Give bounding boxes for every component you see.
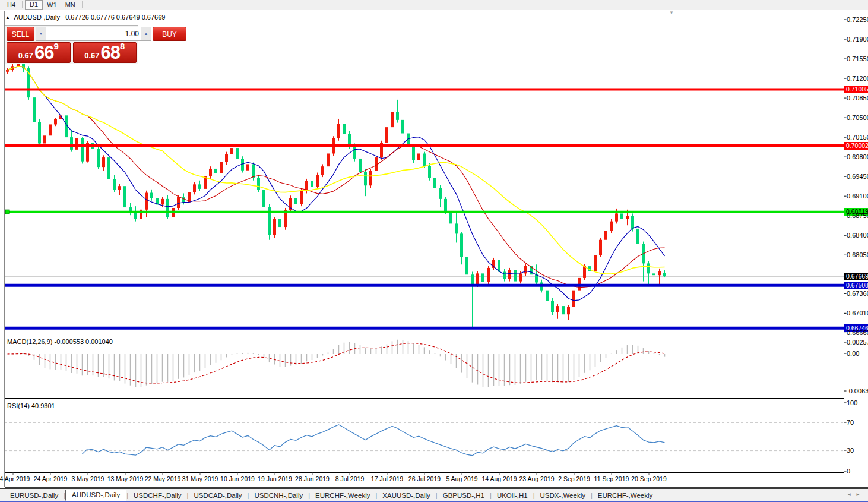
volume-decrease-icon[interactable]: ▼ <box>36 27 46 40</box>
buy-price-box[interactable]: 0.67688 <box>73 42 137 63</box>
chart-tab-ukoil[interactable]: UKOil-,H1 <box>492 491 533 501</box>
buy-price-pip: 8 <box>120 37 125 55</box>
sell-price-big: 66 <box>34 45 53 61</box>
sell-price-pip: 9 <box>53 37 58 55</box>
chart-tab-eurchf[interactable]: EURCHF-,Weekly <box>593 491 658 501</box>
hline-label-0.67508: 0.67508 <box>844 282 868 289</box>
current-price-label: 0.67669 <box>844 273 868 280</box>
time-axis-label: 20 Sep 2019 <box>622 475 676 482</box>
price-tick: 0.69450 <box>847 173 868 180</box>
rsi-label: RSI(14) 40.9301 <box>7 402 55 409</box>
hline-label-0.71005: 0.71005 <box>844 86 868 93</box>
price-tick: 0.71550 <box>847 55 868 62</box>
price-tick: 0.68050 <box>847 251 868 258</box>
chart-tab-eurusd[interactable]: EURUSD-,Daily <box>5 491 64 501</box>
one-click-trading-panel: SELL ▼ ▲ BUY 0.67669 0.67688 <box>5 25 138 64</box>
sell-price-box[interactable]: 0.67669 <box>7 42 71 63</box>
chart-shift-marker-icon[interactable]: ▼ <box>669 10 674 15</box>
chart-canvas[interactable] <box>0 0 868 502</box>
tab-scroll-arrows[interactable]: ◄► <box>847 492 864 497</box>
symbol-tabbar: EURUSD-,Daily|AUDUSD-,Daily|USDCHF-,Dail… <box>0 488 868 501</box>
buy-price-prefix: 0.67 <box>84 51 99 61</box>
chart-ohlc-values: 0.67726 0.67776 0.67649 0.67669 <box>65 14 165 21</box>
price-tick: 0.70850 <box>847 94 868 102</box>
price-tick: 0.66660 <box>847 329 868 336</box>
rsi-scale-tick: 70 <box>847 419 868 426</box>
price-tick: 0.72250 <box>847 16 868 23</box>
price-tick: 0.69100 <box>847 192 868 200</box>
trading-terminal: H4D1W1MN ▲ AUDUSD-,Daily 0.67726 0.67776… <box>0 0 868 502</box>
rsi-scale-tick: 100 <box>847 399 868 406</box>
chart-tab-audusd[interactable]: AUDUSD-,Daily <box>65 490 126 501</box>
rsi-scale-tick: 30 <box>847 447 868 454</box>
chart-title: ▲ AUDUSD-,Daily 0.67726 0.67776 0.67649 … <box>5 14 165 21</box>
volume-increase-icon[interactable]: ▲ <box>141 27 151 40</box>
tab-scroll-left-icon[interactable]: ◄ <box>847 492 856 497</box>
chart-tab-xauusd[interactable]: XAUUSD-,Daily <box>377 491 436 501</box>
price-tick: 0.70500 <box>847 114 868 121</box>
price-tick: 0.68400 <box>847 232 868 239</box>
price-tick: 0.71900 <box>847 36 868 43</box>
sell-button[interactable]: SELL <box>7 27 34 41</box>
rsi-scale-tick: 0 <box>847 468 868 475</box>
hline-label-0.70002: 0.70002 <box>844 142 868 150</box>
buy-price-big: 68 <box>100 45 119 61</box>
price-tick: 0.70150 <box>847 134 868 141</box>
price-tick: 0.71200 <box>847 75 868 82</box>
chart-symbol-label: AUDUSD-,Daily <box>14 14 60 21</box>
macd-label: MACD(12,26,9) -0.000553 0.001040 <box>7 338 113 345</box>
chart-tab-usdcad[interactable]: USDCAD-,Daily <box>188 491 247 501</box>
volume-stepper: ▼ ▲ <box>36 27 151 41</box>
price-tick: 0.67010 <box>847 310 868 317</box>
price-tick: 0.69800 <box>847 153 868 160</box>
chart-tab-eurchf[interactable]: EURCHF-,Weekly <box>310 491 375 501</box>
chart-tab-usdchf[interactable]: USDCHF-,Daily <box>128 491 187 501</box>
macd-scale-tick: 0.00 <box>847 350 868 357</box>
price-tick: 0.67360 <box>847 290 868 297</box>
volume-input[interactable] <box>46 27 141 40</box>
sell-price-prefix: 0.67 <box>18 51 33 61</box>
collapse-triangle-icon[interactable]: ▲ <box>5 15 10 20</box>
macd-scale-tick: 0.002574 <box>847 339 868 346</box>
chart-tab-usdx[interactable]: USDX-,Weekly <box>535 491 591 501</box>
tab-scroll-right-icon[interactable]: ► <box>856 492 864 497</box>
macd-scale-tick: -0.006326 <box>847 387 868 394</box>
chart-tab-gbpusd[interactable]: GBPUSD-,H1 <box>438 491 490 501</box>
chart-tab-usdcnh[interactable]: USDCNH-,Daily <box>249 491 308 501</box>
buy-button[interactable]: BUY <box>153 27 186 41</box>
price-tick: 0.68750 <box>847 212 868 219</box>
